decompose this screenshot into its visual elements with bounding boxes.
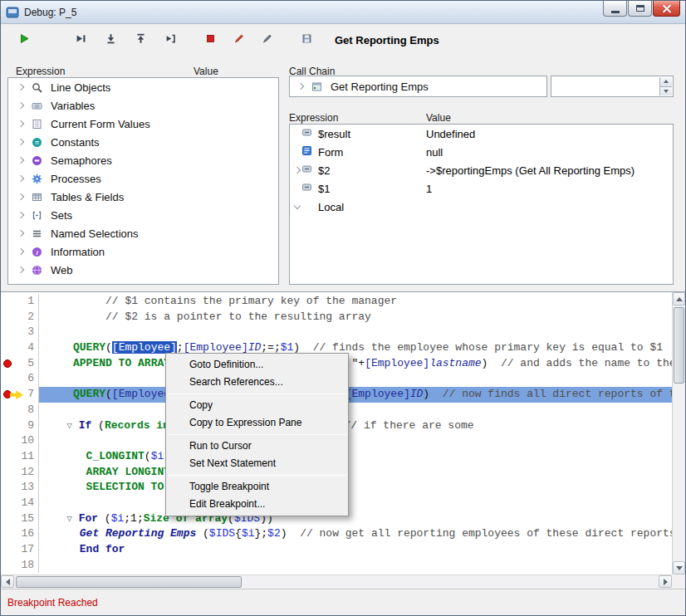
watch-chevron-cell[interactable] (290, 206, 301, 208)
code-line-3[interactable]: 3 (1, 325, 672, 340)
code-text[interactable] (39, 558, 672, 574)
tree-item-variables[interactable]: Variables (8, 96, 278, 115)
horizontal-scroll-thumb[interactable] (16, 576, 242, 588)
code-text[interactable]: QUERY([Employee];[Employee]ID;=;$1) // f… (39, 340, 672, 356)
code-text[interactable]: // $2 is a pointer to the resulting arra… (39, 310, 672, 325)
gutter-line-1[interactable]: 1 (1, 294, 39, 310)
watch-chevron-cell[interactable] (290, 168, 301, 173)
spinner-up-button[interactable] (660, 77, 672, 86)
tree-item-processes[interactable]: Processes (8, 169, 278, 188)
menu-item-search-references[interactable]: Search References... (166, 374, 348, 391)
code-text[interactable]: APPEND TO ARRAY($2->;[Employee]firstname… (39, 356, 672, 372)
code-text[interactable]: Get Reporting Emps ($IDS{$i};$2) // now … (39, 526, 672, 542)
form-blue-icon (301, 145, 312, 159)
titlebar[interactable]: Debug: P_5 (1, 1, 685, 24)
step-over-button[interactable] (71, 30, 91, 50)
code-text[interactable] (39, 496, 672, 511)
scroll-right-button[interactable] (659, 575, 672, 588)
gutter-line-13[interactable]: 13 (1, 480, 39, 496)
code-text[interactable]: SELECTION TO ARRAY([Employee]ID;$IDS) (39, 480, 672, 496)
watch-row-local[interactable]: Local (290, 198, 673, 216)
gutter-line-10[interactable]: 10 (1, 433, 39, 449)
gutter-line-5[interactable]: 5 (1, 356, 39, 372)
vertical-scrollbar[interactable] (672, 292, 685, 574)
gutter-line-17[interactable]: 17 (1, 542, 39, 558)
menu-item-goto-definition[interactable]: Goto Definition... (166, 356, 348, 374)
gutter-line-8[interactable]: 8 (1, 403, 39, 418)
menu-item-edit-breakpoint[interactable]: Edit Breakpoint... (166, 496, 348, 513)
gutter-line-15[interactable]: 15 (1, 511, 39, 527)
gutter-line-11[interactable]: 11 (1, 449, 39, 465)
tree-item-named-selections[interactable]: Named Selections (8, 224, 278, 242)
step-into-process-button[interactable] (160, 30, 180, 50)
abort-and-edit-button[interactable] (228, 30, 248, 50)
code-text[interactable]: ARRAY LONGINT($IDS;0) (39, 465, 672, 481)
code-text[interactable] (39, 433, 672, 449)
code-line-18[interactable]: 18 (1, 558, 672, 574)
maximize-button[interactable] (628, 1, 652, 17)
menu-item-toggle-breakpoint[interactable]: Toggle Breakpoint (166, 478, 348, 496)
code-text[interactable]: ▽ If (Records in selection([Employee])>0… (39, 418, 672, 434)
watch-row-2[interactable]: $2->$reportingEmps (Get All Reporting Em… (290, 161, 673, 179)
tree-item-sets[interactable]: Sets (8, 206, 278, 224)
breakpoint-icon[interactable] (3, 359, 12, 368)
code-text[interactable] (39, 325, 672, 340)
menu-item-copy-to-expression-pane[interactable]: Copy to Expression Pane (166, 414, 348, 432)
minimize-button[interactable] (603, 1, 627, 17)
tree-item-tables-fields[interactable]: Tables & Fields (8, 188, 278, 206)
gutter-line-4[interactable]: 4 (1, 340, 39, 356)
code-line-2[interactable]: 2 // $2 is a pointer to the resulting ar… (1, 310, 672, 325)
gutter-line-2[interactable]: 2 (1, 310, 39, 325)
gutter-line-16[interactable]: 16 (1, 526, 39, 542)
code-text[interactable]: QUERY([Employee];[Employee]managementID;… (39, 387, 672, 403)
step-out-button[interactable] (130, 30, 150, 50)
gutter-line-3[interactable]: 3 (1, 325, 39, 340)
save-settings-button[interactable] (296, 30, 316, 50)
tree-item-current-form-values[interactable]: Current Form Values (8, 115, 278, 133)
tree-item-line-objects[interactable]: Line Objects (8, 78, 278, 96)
gutter-line-18[interactable]: 18 (1, 558, 39, 574)
spinner-down-button[interactable] (660, 86, 672, 96)
menu-item-set-next-statement[interactable]: Set Next Statement (166, 455, 348, 472)
fold-arrow-icon[interactable]: ▽ (66, 421, 72, 431)
tree-item-constants[interactable]: πConstants (8, 133, 278, 151)
code-text[interactable] (39, 403, 672, 418)
fold-arrow-icon[interactable]: ▽ (66, 514, 72, 524)
tree-item-information[interactable]: iInformation (8, 242, 278, 261)
tree-item-web[interactable]: Web (8, 261, 278, 279)
code-token (41, 543, 80, 555)
scroll-left-button[interactable] (1, 575, 14, 588)
scroll-down-button[interactable] (673, 561, 685, 574)
gutter-line-7[interactable]: 7 (1, 387, 39, 403)
scroll-up-button[interactable] (673, 292, 685, 306)
code-text[interactable]: End for (39, 542, 672, 558)
code-line-1[interactable]: 1 // $1 contains the primary key of the … (1, 294, 672, 310)
gutter-line-14[interactable]: 14 (1, 496, 39, 511)
watch-row-1[interactable]: $11 (290, 179, 673, 198)
menu-item-run-to-cursor[interactable]: Run to Cursor (166, 438, 348, 455)
menu-item-copy[interactable]: Copy (166, 397, 348, 414)
close-button[interactable] (653, 1, 680, 17)
code-text[interactable]: C_LONGINT($i) (39, 449, 672, 465)
gutter-line-9[interactable]: 9 (1, 418, 39, 434)
tree-item-semaphores[interactable]: Semaphores (8, 151, 278, 169)
step-into-button[interactable] (100, 30, 120, 50)
call-chain-item-get-reporting-emps[interactable]: Get Reporting Emps (290, 76, 546, 96)
watch-row-result[interactable]: $resultUndefined (290, 125, 673, 143)
code-text[interactable]: ▽ For ($i;1;Size of array($IDS)) (39, 511, 672, 527)
vertical-scroll-thumb[interactable] (674, 307, 684, 384)
no-trace-run-button[interactable] (14, 30, 34, 50)
gutter-line-12[interactable]: 12 (1, 465, 39, 481)
abort-button[interactable] (200, 30, 220, 50)
watch-row-form[interactable]: Formnull (290, 143, 673, 161)
edit-method-button[interactable] (257, 30, 277, 50)
code-token: End for (80, 543, 125, 555)
gutter-line-6[interactable]: 6 (1, 371, 39, 387)
app-icon[interactable] (6, 6, 19, 19)
horizontal-scrollbar[interactable] (1, 574, 672, 589)
code-text[interactable]: // $1 contains the primary key of the ma… (39, 294, 672, 310)
code-text[interactable] (39, 371, 672, 387)
code-line-17[interactable]: 17 End for (1, 542, 672, 558)
code-token (41, 388, 73, 400)
code-line-16[interactable]: 16 Get Reporting Emps ($IDS{$i};$2) // n… (1, 526, 672, 542)
